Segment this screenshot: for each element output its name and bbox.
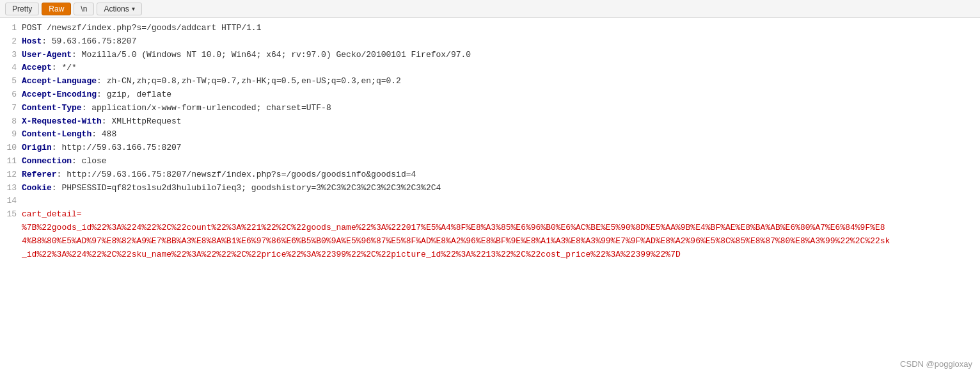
- header-key: Accept-Language: [22, 76, 97, 86]
- line-row: %7B%22goods_id%22%3A%224%22%2C%22count%2…: [5, 222, 975, 235]
- line-number: 14: [5, 195, 17, 208]
- header-value: : http://59.63.166.75:8207: [52, 143, 182, 152]
- header-value: : http://59.63.166.75:8207/newszf/index.…: [57, 170, 416, 179]
- header-key: Content-Length: [22, 129, 91, 139]
- line-row: 6Accept-Encoding: gzip, deflate: [5, 88, 975, 102]
- line-content: Content-Type: application/x-www-form-url…: [22, 102, 975, 115]
- header-key: Origin: [22, 143, 52, 152]
- line-number: 2: [5, 35, 17, 49]
- line-content: _id%22%3A%224%22%2C%22sku_name%22%3A%22%…: [22, 248, 975, 262]
- line-row: 12Referer: http://59.63.166.75:8207/news…: [5, 168, 975, 182]
- watermark: CSDN @poggioxay: [900, 359, 972, 369]
- header-value: : 488: [91, 129, 116, 139]
- line-number: 15: [5, 208, 17, 222]
- line-row: 4Accept: */*: [5, 61, 975, 75]
- line-row: 1POST /newszf/index.php?s=/goods/addcart…: [5, 22, 975, 35]
- line-number: 4: [5, 61, 17, 75]
- toolbar: Pretty Raw \n Actions: [0, 0, 980, 18]
- line-number: 1: [5, 22, 17, 35]
- line-row: 2Host: 59.63.166.75:8207: [5, 35, 975, 49]
- line-row: 11Connection: close: [5, 155, 975, 168]
- line-content: Accept: */*: [22, 61, 975, 75]
- header-value: : gzip, deflate: [97, 90, 171, 99]
- header-value: : Mozilla/5.0 (Windows NT 10.0; Win64; x…: [72, 50, 471, 60]
- header-value: : PHPSESSID=qf82toslsu2d3hulubilo7ieq3; …: [52, 183, 441, 193]
- line-row: 9Content-Length: 488: [5, 128, 975, 141]
- line-number: 12: [5, 168, 17, 182]
- line-row: 14: [5, 195, 975, 208]
- header-value: : XMLHttpRequest: [102, 117, 182, 126]
- line-content: Connection: close: [22, 155, 975, 168]
- newline-button[interactable]: \n: [74, 3, 94, 15]
- line-content: X-Requested-With: XMLHttpRequest: [22, 115, 975, 129]
- line-number: 9: [5, 128, 17, 141]
- header-key: Accept: [22, 63, 52, 72]
- line-number: 3: [5, 49, 17, 62]
- header-key: Content-Type: [22, 103, 82, 113]
- line-number: 6: [5, 88, 17, 102]
- line-content: Accept-Language: zh-CN,zh;q=0.8,zh-TW;q=…: [22, 75, 975, 88]
- line-content: Referer: http://59.63.166.75:8207/newszf…: [22, 168, 975, 182]
- line-number: 11: [5, 155, 17, 168]
- line-content: Origin: http://59.63.166.75:8207: [22, 141, 975, 155]
- line-number: 7: [5, 102, 17, 115]
- line-row: 13Cookie: PHPSESSID=qf82toslsu2d3hulubil…: [5, 182, 975, 195]
- line-content: [22, 195, 975, 208]
- actions-button[interactable]: Actions: [97, 3, 141, 15]
- header-key: Referer: [22, 170, 57, 179]
- header-value: : 59.63.166.75:8207: [42, 36, 136, 46]
- header-key: Cookie: [22, 183, 52, 193]
- header-value: : */*: [52, 63, 77, 72]
- line-row: 4%B8%80%E5%AD%97%E8%82%A9%E7%BB%A3%E8%8A…: [5, 235, 975, 248]
- line-number: 13: [5, 182, 17, 195]
- header-value: : zh-CN,zh;q=0.8,zh-TW;q=0.7,zh-HK;q=0.5…: [97, 76, 401, 86]
- line-row: 10Origin: http://59.63.166.75:8207: [5, 141, 975, 155]
- header-key: X-Requested-With: [22, 117, 102, 126]
- line-row: 3User-Agent: Mozilla/5.0 (Windows NT 10.…: [5, 49, 975, 62]
- header-key: User-Agent: [22, 50, 72, 60]
- line-content: Cookie: PHPSESSID=qf82toslsu2d3hulubilo7…: [22, 182, 975, 195]
- line-content: Accept-Encoding: gzip, deflate: [22, 88, 975, 102]
- line-row: 5Accept-Language: zh-CN,zh;q=0.8,zh-TW;q…: [5, 75, 975, 88]
- header-value: : close: [72, 156, 107, 166]
- pretty-button[interactable]: Pretty: [5, 3, 39, 15]
- line-number: 8: [5, 115, 17, 129]
- header-value: : application/x-www-form-urlencoded; cha…: [82, 103, 331, 113]
- header-key: Accept-Encoding: [22, 90, 97, 99]
- line-number: [5, 235, 17, 248]
- line-content: cart_detail=: [22, 208, 975, 222]
- line-row: 8X-Requested-With: XMLHttpRequest: [5, 115, 975, 129]
- content-area: 1POST /newszf/index.php?s=/goods/addcart…: [0, 18, 980, 376]
- line-content: POST /newszf/index.php?s=/goods/addcart …: [22, 22, 975, 35]
- line-content: User-Agent: Mozilla/5.0 (Windows NT 10.0…: [22, 49, 975, 62]
- line-content: %7B%22goods_id%22%3A%224%22%2C%22count%2…: [22, 222, 975, 235]
- line-number: [5, 222, 17, 235]
- line-content: Content-Length: 488: [22, 128, 975, 141]
- line-row: 7Content-Type: application/x-www-form-ur…: [5, 102, 975, 115]
- line-row: _id%22%3A%224%22%2C%22sku_name%22%3A%22%…: [5, 248, 975, 262]
- raw-button[interactable]: Raw: [42, 3, 71, 15]
- header-key: Connection: [22, 156, 72, 166]
- line-content: Host: 59.63.166.75:8207: [22, 35, 975, 49]
- line-number: 10: [5, 141, 17, 155]
- line-content: 4%B8%80%E5%AD%97%E8%82%A9%E7%BB%A3%E8%8A…: [22, 235, 975, 248]
- data-key-text: cart_detail=: [22, 209, 82, 219]
- line-row: 15cart_detail=: [5, 208, 975, 222]
- line-number: 5: [5, 75, 17, 88]
- line-number: [5, 248, 17, 262]
- header-key: Host: [22, 36, 42, 46]
